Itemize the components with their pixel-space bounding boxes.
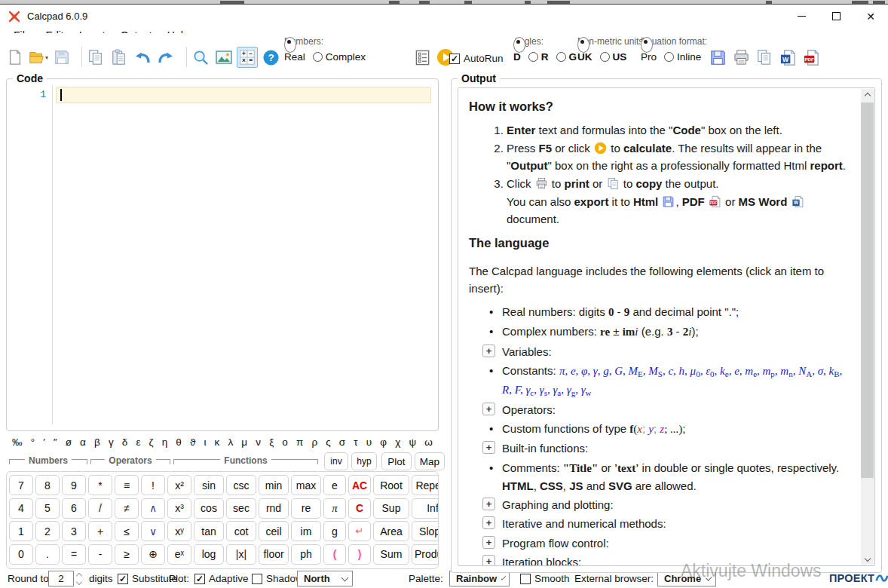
greek-char-button[interactable]: ρ [311, 436, 317, 448]
output-language-item[interactable]: +Iteration blocks: [482, 553, 853, 565]
keypad-button-5[interactable]: 5 [35, 498, 60, 519]
keypad-button-x[interactable]: x³ [167, 498, 191, 519]
keypad-button-[interactable]: π [323, 498, 346, 519]
greek-char-button[interactable]: μ [241, 436, 247, 448]
keypad-button-Sup[interactable]: Sup [373, 498, 409, 519]
output-language-item[interactable]: +Iterative and numerical methods: [482, 515, 853, 532]
greek-char-button[interactable]: τ [354, 436, 357, 448]
keypad-button-e[interactable]: eˣ [167, 544, 191, 565]
keypad-button-Repeat[interactable]: Repeat [412, 475, 439, 495]
scroll-down-button[interactable] [861, 552, 874, 565]
keypad-button-x[interactable]: x² [167, 475, 191, 495]
checkbox-icon[interactable] [520, 574, 531, 584]
greek-char-button[interactable]: ′ [43, 436, 45, 448]
copy-output-button[interactable] [754, 47, 775, 68]
numbers-option-real[interactable]: Real [284, 51, 305, 63]
output-scrollbar[interactable] [861, 89, 874, 565]
expand-plus-icon[interactable]: + [482, 498, 495, 510]
pdf-button[interactable]: PDF [801, 47, 822, 68]
output-language-item[interactable]: Complex numbers: re ± imi (e.g. 3 - 2i); [482, 323, 853, 341]
keypad-button-Slope[interactable]: Slope [412, 521, 439, 541]
keypad-button-[interactable]: ≠ [115, 498, 139, 519]
output-language-item[interactable]: +Variables: [482, 343, 853, 360]
calculator-button[interactable]: +−×= [237, 47, 258, 68]
angles-option-d[interactable]: D [513, 51, 521, 63]
keypad-button-max[interactable]: max [291, 475, 321, 495]
keypad-button-[interactable]: ∨ [141, 521, 165, 541]
greek-char-button[interactable]: ϑ [190, 436, 195, 448]
keypad-button-log[interactable]: log [194, 544, 224, 565]
close-button[interactable]: ✕ [853, 5, 888, 27]
keypad-button-floor[interactable]: floor [259, 544, 289, 565]
keypad-button-9[interactable]: 9 [62, 475, 86, 495]
expand-plus-icon[interactable]: + [482, 345, 495, 357]
keypad-button-C[interactable]: C [348, 498, 371, 519]
keypad-button-[interactable]: ≤ [115, 521, 139, 541]
output-language-item[interactable]: Constants: π, e, φ, γ, g, G, ME, MS, c, … [482, 362, 853, 400]
greek-char-button[interactable]: κ [215, 436, 220, 448]
output-language-item[interactable]: +Operators: [482, 401, 853, 418]
keypad-button-[interactable]: ! [141, 475, 165, 495]
keypad-button-min[interactable]: min [259, 475, 289, 495]
greek-char-button[interactable]: π [296, 436, 303, 448]
greek-char-button[interactable]: σ [339, 436, 345, 448]
keypad-button-6[interactable]: 6 [62, 498, 86, 519]
keypad-button-[interactable]: = [62, 544, 86, 565]
greek-char-button[interactable]: ° [31, 436, 35, 448]
greek-char-button[interactable]: ι [204, 436, 206, 448]
keypad-button-tan[interactable]: tan [194, 521, 224, 541]
keypad-button-cos[interactable]: cos [194, 498, 224, 519]
greek-char-button[interactable]: λ [228, 436, 233, 448]
adaptive-checkbox[interactable]: ✓Adaptive [194, 573, 249, 584]
keypad-button-[interactable]: ≥ [115, 544, 139, 565]
radio-icon[interactable] [664, 52, 674, 62]
undo-button[interactable] [132, 47, 153, 68]
expand-plus-icon[interactable]: + [482, 441, 495, 454]
expand-plus-icon[interactable]: + [482, 555, 495, 565]
external-browser-select[interactable]: Chrome [657, 571, 716, 586]
greek-char-button[interactable]: φ [380, 436, 387, 448]
keypad-button-g[interactable]: g [323, 521, 346, 541]
equation-option-inline[interactable]: Inline [664, 51, 701, 63]
greek-char-button[interactable]: ø [66, 436, 72, 448]
scroll-up-button[interactable] [861, 89, 874, 102]
keypad-button-Area[interactable]: Area [373, 521, 409, 541]
keypad-button-8[interactable]: 8 [35, 475, 60, 495]
greek-char-button[interactable]: ω [424, 436, 433, 448]
maximize-button[interactable] [819, 5, 853, 27]
keypad-button-csc[interactable]: csc [226, 475, 256, 495]
greek-char-button[interactable]: θ [176, 436, 182, 448]
keypad-button-Root[interactable]: Root [373, 475, 409, 495]
radio-icon[interactable] [641, 37, 653, 53]
keypad-button-[interactable]: - [88, 544, 112, 565]
minimize-button[interactable] [784, 5, 819, 27]
print-button[interactable] [730, 47, 752, 68]
hyp-button[interactable]: hyp [351, 452, 377, 470]
greek-char-button[interactable]: η [162, 436, 168, 448]
keypad-button-0[interactable]: 0 [9, 544, 33, 565]
copy-button[interactable] [85, 47, 106, 68]
greek-char-button[interactable]: ‰ [12, 436, 23, 448]
angles-option-g[interactable]: G [556, 51, 577, 63]
units-option-us[interactable]: US [600, 51, 627, 63]
checkbox-icon[interactable] [252, 574, 262, 584]
shadows-direction-select[interactable]: North [297, 571, 353, 586]
round-digits-spinner[interactable] [75, 571, 84, 586]
keypad-button-[interactable]: . [35, 544, 60, 565]
output-language-item[interactable]: Custom functions of type f(x; y; z; ...)… [482, 420, 853, 438]
keypad-button-[interactable]: ) [348, 544, 371, 565]
keypad-button-[interactable]: * [88, 475, 112, 495]
keypad-button-Product[interactable]: Product [412, 544, 439, 565]
zoom-button[interactable] [190, 47, 211, 68]
inv-button[interactable]: inv [324, 452, 348, 470]
greek-char-button[interactable]: ζ [149, 436, 154, 448]
plot-button[interactable]: Plot [381, 452, 412, 470]
greek-char-button[interactable]: χ [395, 436, 400, 448]
code-editor-current-line[interactable] [56, 87, 431, 103]
new-file-button[interactable] [5, 47, 26, 68]
units-option-uk[interactable]: UK [577, 51, 593, 63]
greek-char-button[interactable]: α [80, 436, 86, 448]
keypad-button-[interactable]: ↵ [348, 521, 371, 541]
greek-char-button[interactable]: ε [136, 436, 140, 448]
greek-char-button[interactable]: ξ [269, 436, 274, 448]
